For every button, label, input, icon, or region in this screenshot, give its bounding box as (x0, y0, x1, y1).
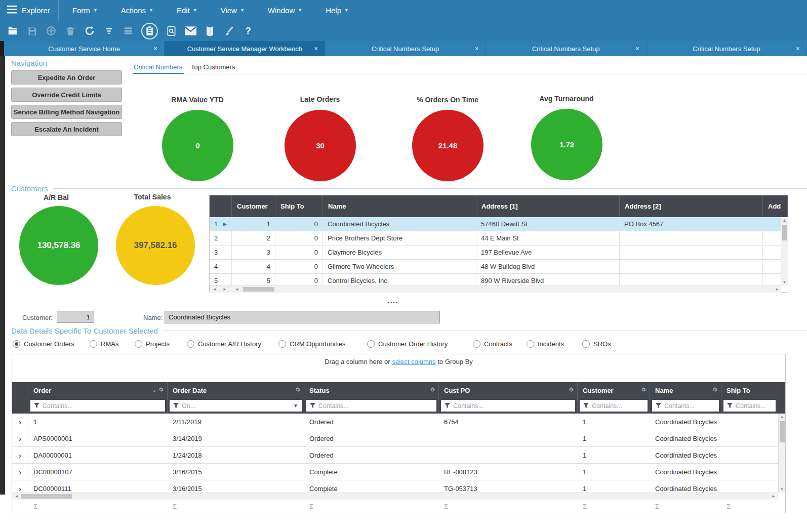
expand-row-icon[interactable]: › (12, 430, 28, 446)
override-credit-limits-button[interactable]: Override Credit Limits (11, 88, 122, 102)
column-header-name[interactable]: Name (650, 382, 721, 398)
filter-input-name[interactable]: Contains... (652, 400, 719, 412)
orders-horizontal-scrollbar[interactable]: ◄ ► (12, 493, 778, 500)
scrollbar-thumb[interactable] (243, 287, 274, 292)
target-icon[interactable] (45, 25, 57, 37)
filter-input-cust-po[interactable]: Contains... (441, 400, 575, 412)
customers-horizontal-scrollbar[interactable]: ◄ ► ◄ ► (210, 285, 781, 293)
scrollbar-thumb[interactable] (780, 421, 785, 442)
order-row[interactable]: › DC00000111 3/16/2015 Complete TG-05371… (12, 480, 778, 493)
refresh-icon[interactable] (84, 25, 96, 37)
column-header-address2[interactable]: Address [2] (620, 195, 763, 217)
gear-icon[interactable] (158, 387, 164, 394)
order-row[interactable]: › DC00000107 3/16/2015 Complete RE-00812… (12, 464, 778, 480)
menu-window[interactable]: Window▼ (263, 6, 307, 15)
rows-icon[interactable] (122, 25, 134, 37)
radio-customer-ar-history[interactable]: Customer A/R History (187, 340, 261, 348)
scroll-left-icon[interactable]: ◄ (213, 287, 217, 292)
column-header-address1[interactable]: Address [1] (476, 195, 620, 217)
close-icon[interactable]: × (796, 45, 800, 53)
expand-row-icon[interactable]: › (12, 480, 28, 493)
radio-customer-order-history[interactable]: Customer Order History (367, 340, 448, 348)
column-header-ship-to[interactable]: Ship To (275, 195, 323, 217)
order-row[interactable]: › DA00000001 1/24/2018 Ordered 1 Coordin… (12, 447, 778, 464)
close-icon[interactable]: × (153, 45, 157, 53)
gauge-circle-ar-bal[interactable]: 130,578.36 (19, 206, 98, 285)
tab-critical-numbers-setup-2[interactable]: Critical Numbers Setup × (486, 41, 647, 56)
menu-actions[interactable]: Actions▼ (116, 6, 158, 15)
filter-input-order-date[interactable]: On...▼ (170, 400, 302, 412)
menu-help[interactable]: Help▼ (320, 6, 354, 15)
filter-input-order[interactable]: Contains... (30, 400, 165, 412)
document-search-icon[interactable] (165, 25, 177, 37)
column-header-order[interactable]: Order ▲ (28, 382, 168, 398)
open-folder-icon[interactable] (7, 25, 19, 37)
column-header-status[interactable]: Status (304, 382, 439, 398)
menu-view[interactable]: View▼ (216, 6, 250, 15)
radio-rmas[interactable]: RMAs (90, 340, 118, 348)
scroll-left-icon[interactable]: ◄ (235, 287, 239, 292)
column-header-ship-to[interactable]: Ship To (721, 382, 778, 398)
gear-icon[interactable] (640, 387, 647, 394)
orders-vertical-scrollbar[interactable]: ▲ ▼ (778, 414, 785, 493)
customer-row-selected[interactable]: 1▶ 1 0 Coordinated Bicycles 57460 Dewitt… (210, 217, 781, 231)
service-billing-method-navigation-button[interactable]: Service Billing Method Navigation (11, 105, 122, 119)
scroll-down-icon[interactable]: ▼ (780, 487, 784, 492)
group-by-drop-zone[interactable]: Drag a column here or select columns to … (12, 354, 785, 382)
gear-icon[interactable] (568, 387, 574, 394)
tab-customer-service-manager-workbench[interactable]: Customer Service Manager Workbench × (165, 41, 325, 56)
select-columns-link[interactable]: select columns (392, 358, 435, 382)
splitter-handle[interactable]: •••• (388, 300, 398, 305)
gauge-circle-total-sales[interactable]: 397,582.16 (116, 206, 195, 285)
column-header-customer[interactable]: Customer (232, 195, 275, 217)
expand-row-icon[interactable]: › (12, 447, 28, 463)
close-icon[interactable]: × (635, 45, 639, 53)
tab-critical-numbers-setup-3[interactable]: Critical Numbers Setup × (647, 41, 807, 56)
scroll-down-icon[interactable]: ▼ (783, 280, 787, 284)
expand-row-icon[interactable]: › (12, 464, 28, 480)
filter-input-customer[interactable]: Contains... (580, 400, 648, 412)
customer-row[interactable]: 4 4 0 Gilmore Two Wheelers 48 W Bulldog … (210, 260, 781, 274)
radio-projects[interactable]: Projects (135, 340, 170, 348)
close-icon[interactable]: × (314, 45, 318, 53)
scrollbar-thumb[interactable] (782, 225, 787, 240)
customer-row[interactable]: 3 3 0 Claymore Bicycles 197 Bellevue Ave (210, 245, 781, 260)
scroll-up-icon[interactable]: ▲ (783, 218, 787, 223)
subtab-top-customers[interactable]: Top Customers (191, 63, 235, 71)
radio-incidents[interactable]: Incidents (527, 340, 564, 348)
column-header-cust-po[interactable]: Cust PO (439, 382, 578, 398)
brush-icon[interactable] (223, 25, 235, 37)
expedite-an-order-button[interactable]: Expedite An Order (11, 70, 122, 85)
scroll-right-icon[interactable]: ► (775, 287, 779, 292)
explorer-menu[interactable]: Explorer (0, 6, 58, 15)
radio-contracts[interactable]: Contracts (473, 340, 512, 348)
gear-icon[interactable] (295, 387, 301, 394)
ledger-icon[interactable] (204, 25, 216, 37)
envelope-icon[interactable] (184, 25, 196, 37)
column-header-add[interactable]: Add (763, 195, 788, 217)
help-icon[interactable]: ? (242, 25, 254, 37)
column-header-name[interactable]: Name (323, 195, 476, 217)
tab-critical-numbers-setup-1[interactable]: Critical Numbers Setup × (325, 41, 486, 56)
scroll-right-icon[interactable]: ► (772, 494, 776, 499)
customer-field[interactable]: 1 (57, 311, 94, 323)
filter-icon[interactable] (103, 25, 115, 37)
kpi-circle-rma-value-ytd[interactable]: 0 (162, 110, 233, 181)
radio-crm-opportunities[interactable]: CRM Opportunities (278, 340, 346, 348)
trash-icon[interactable] (64, 25, 76, 37)
kpi-circle-avg-turnaround[interactable]: 1.72 (531, 109, 602, 180)
customers-vertical-scrollbar[interactable]: ▲ ▼ (781, 217, 788, 285)
clipboard-icon[interactable] (141, 23, 158, 39)
chevron-down-icon[interactable]: ▼ (293, 403, 298, 408)
customer-row[interactable]: 2 2 0 Price Brothers Dept Store 44 E Mai… (210, 231, 781, 245)
menu-edit[interactable]: Edit▼ (172, 6, 203, 15)
filter-input-status[interactable]: Contains... (306, 400, 436, 412)
close-icon[interactable]: × (474, 45, 478, 53)
radio-customer-orders[interactable]: Customer Orders (13, 340, 74, 348)
kpi-circle-late-orders[interactable]: 30 (285, 110, 356, 181)
menu-form[interactable]: Form▼ (67, 6, 103, 15)
column-header-order-date[interactable]: Order Date (168, 382, 304, 398)
save-icon[interactable] (26, 25, 38, 37)
expand-row-icon[interactable]: › (12, 414, 28, 430)
column-header-rownum[interactable] (210, 195, 232, 217)
